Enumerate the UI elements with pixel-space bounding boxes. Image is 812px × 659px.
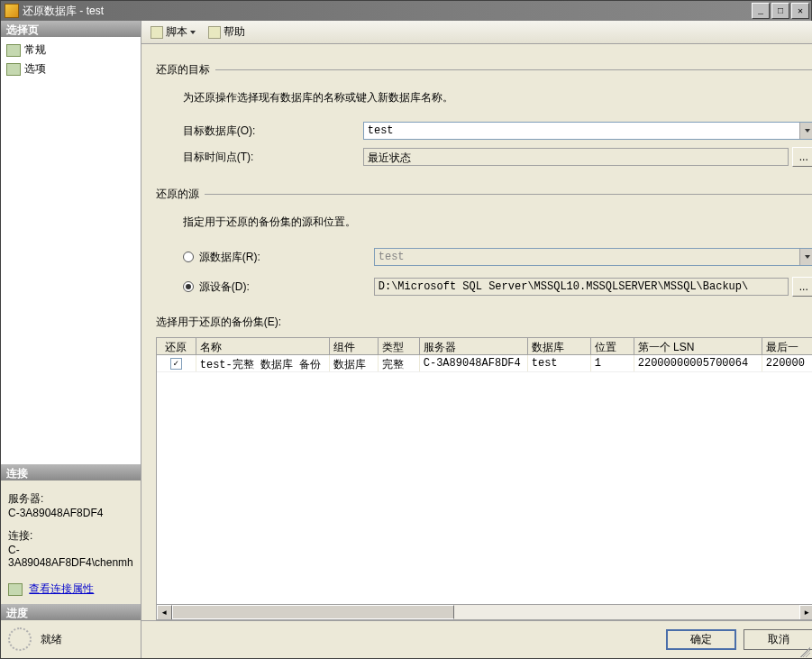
col-last-lsn[interactable]: 最后一 bbox=[762, 338, 812, 354]
script-icon bbox=[151, 26, 163, 39]
horizontal-scrollbar[interactable]: ◄ ► bbox=[157, 604, 812, 619]
col-name[interactable]: 名称 bbox=[196, 338, 330, 354]
grid-header-row: 还原 名称 组件 类型 服务器 数据库 位置 第一个 LSN 最后一 bbox=[157, 338, 812, 355]
col-restore[interactable]: 还原 bbox=[157, 338, 196, 354]
target-time-label: 目标时间点(T): bbox=[183, 150, 363, 165]
connection-props-icon bbox=[8, 583, 23, 596]
source-device-radio-label: 源设备(D): bbox=[199, 279, 374, 295]
scroll-left-button[interactable]: ◄ bbox=[157, 605, 172, 620]
connection-panel: 服务器: C-3A89048AF8DF4 连接: C-3A89048AF8DF4… bbox=[1, 481, 141, 604]
target-time-browse-button[interactable]: ... bbox=[792, 147, 812, 167]
source-section-title: 还原的源 bbox=[156, 187, 199, 202]
progress-spinner-icon bbox=[8, 627, 32, 651]
target-db-value: test bbox=[368, 124, 394, 137]
help-icon bbox=[208, 26, 221, 39]
source-db-value: test bbox=[379, 251, 405, 263]
help-button[interactable]: 帮助 bbox=[205, 23, 249, 41]
backup-sets-grid[interactable]: 还原 名称 组件 类型 服务器 数据库 位置 第一个 LSN 最后一 ✓ bbox=[156, 337, 812, 620]
ellipsis-icon: ... bbox=[799, 151, 808, 163]
source-db-radio-label: 源数据库(R): bbox=[199, 250, 374, 265]
connection-value: C-3A89048AF8DF4\chenmh bbox=[8, 544, 133, 569]
sidebar: 选择页 常规 选项 连接 服务器: C-3A89048AF8DF4 连接: C-… bbox=[1, 21, 141, 658]
scroll-thumb[interactable] bbox=[172, 605, 454, 619]
help-label: 帮助 bbox=[224, 24, 245, 40]
source-database-select: test bbox=[374, 248, 812, 266]
connection-label: 连接: bbox=[8, 528, 133, 544]
chevron-down-icon bbox=[799, 249, 812, 265]
cell-position: 1 bbox=[591, 355, 634, 371]
main-panel: 脚本 帮助 还原的目标 为还原操作选择现有数据库的名称或键入新数据库名称。 目标… bbox=[141, 21, 812, 658]
cell-restore[interactable]: ✓ bbox=[157, 355, 196, 371]
dialog-footer: 确定 取消 bbox=[141, 620, 812, 658]
source-device-browse-button[interactable]: ... bbox=[792, 277, 812, 297]
sidebar-item-label: 选项 bbox=[24, 61, 46, 77]
select-page-header: 选择页 bbox=[1, 21, 141, 37]
sidebar-item-general[interactable]: 常规 bbox=[5, 41, 137, 59]
toolbar: 脚本 帮助 bbox=[141, 21, 812, 44]
source-database-radio[interactable] bbox=[183, 252, 194, 262]
cell-type: 完整 bbox=[379, 355, 420, 371]
page-icon bbox=[6, 44, 21, 57]
chevron-down-icon bbox=[799, 123, 812, 139]
ellipsis-icon: ... bbox=[799, 280, 808, 293]
col-server[interactable]: 服务器 bbox=[420, 338, 528, 354]
scroll-track[interactable] bbox=[172, 605, 799, 619]
resize-grip[interactable] bbox=[798, 645, 810, 657]
target-time-value: 最近状态 bbox=[368, 152, 411, 165]
close-button[interactable]: ✕ bbox=[791, 3, 809, 19]
source-device-value: D:\Microsoft SQL Server\MSSQL10.MSSQLSER… bbox=[379, 280, 748, 293]
grid-row[interactable]: ✓ test-完整 数据库 备份 数据库 完整 C-3A89048AF8DF4 … bbox=[157, 355, 812, 372]
col-database[interactable]: 数据库 bbox=[528, 338, 591, 354]
col-component[interactable]: 组件 bbox=[330, 338, 379, 354]
titlebar[interactable]: 还原数据库 - test _ □ ✕ bbox=[1, 1, 811, 21]
source-device-textbox: D:\Microsoft SQL Server\MSSQL10.MSSQLSER… bbox=[374, 278, 789, 296]
script-button[interactable]: 脚本 bbox=[147, 23, 199, 41]
cell-first-lsn: 22000000005700064 bbox=[634, 355, 762, 371]
target-desc: 为还原操作选择现有数据库的名称或键入新数据库名称。 bbox=[183, 90, 812, 105]
connection-header: 连接 bbox=[1, 464, 141, 481]
progress-panel: 就绪 bbox=[1, 620, 141, 658]
maximize-button[interactable]: □ bbox=[771, 3, 789, 19]
cell-database: test bbox=[528, 355, 591, 371]
target-database-select[interactable]: test bbox=[363, 122, 812, 140]
cell-component: 数据库 bbox=[330, 355, 379, 371]
sidebar-item-label: 常规 bbox=[24, 42, 46, 58]
view-connection-properties-link[interactable]: 查看连接属性 bbox=[29, 582, 94, 595]
backup-sets-label: 选择用于还原的备份集(E): bbox=[156, 315, 812, 330]
source-desc: 指定用于还原的备份集的源和位置。 bbox=[183, 215, 812, 230]
col-type[interactable]: 类型 bbox=[379, 338, 420, 354]
window-title: 还原数据库 - test bbox=[23, 4, 750, 19]
divider bbox=[215, 69, 812, 70]
script-label: 脚本 bbox=[166, 24, 187, 40]
progress-status: 就绪 bbox=[41, 632, 62, 647]
app-icon bbox=[5, 4, 19, 18]
minimize-button[interactable]: _ bbox=[752, 3, 770, 19]
target-db-label: 目标数据库(O): bbox=[183, 124, 363, 139]
ok-button[interactable]: 确定 bbox=[666, 629, 736, 650]
source-device-radio[interactable] bbox=[183, 281, 194, 292]
server-label: 服务器: bbox=[8, 491, 133, 507]
scroll-right-button[interactable]: ► bbox=[799, 605, 812, 620]
col-position[interactable]: 位置 bbox=[591, 338, 634, 354]
cell-server: C-3A89048AF8DF4 bbox=[420, 355, 528, 371]
restore-checkbox[interactable]: ✓ bbox=[170, 358, 182, 370]
target-time-textbox: 最近状态 bbox=[363, 148, 789, 166]
progress-header: 进度 bbox=[1, 604, 141, 620]
cell-name: test-完整 数据库 备份 bbox=[196, 355, 330, 371]
sidebar-item-options[interactable]: 选项 bbox=[5, 59, 137, 78]
chevron-down-icon bbox=[190, 31, 196, 34]
target-section-title: 还原的目标 bbox=[156, 62, 210, 78]
page-icon bbox=[6, 63, 21, 76]
cell-last-lsn: 220000 bbox=[762, 355, 812, 371]
server-value: C-3A89048AF8DF4 bbox=[8, 507, 133, 519]
col-first-lsn[interactable]: 第一个 LSN bbox=[634, 338, 762, 354]
divider bbox=[205, 194, 812, 195]
